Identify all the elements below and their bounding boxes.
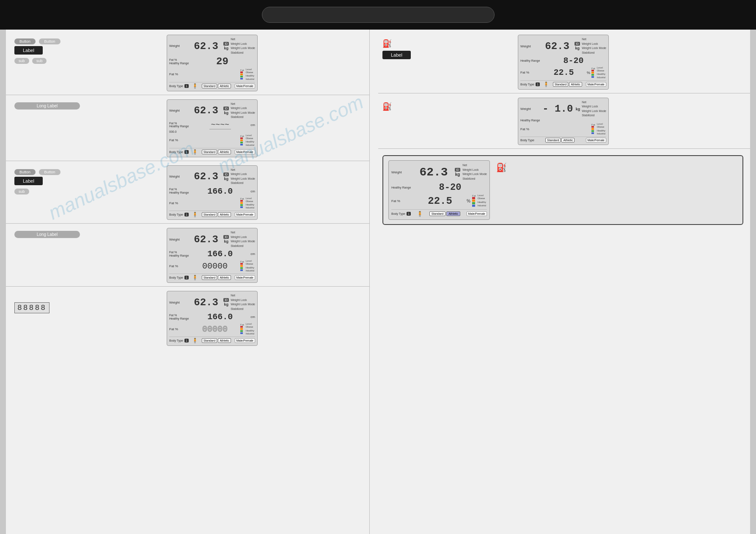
right-edge-bar [750, 30, 756, 534]
weight-label-1: Weight [169, 44, 190, 48]
body-num-1: 1 [184, 84, 189, 88]
scale-display-1: Weight 62.3 ID kg Net Weight Lock Weight… [167, 35, 258, 91]
bar-indicator-1: Fat [240, 69, 244, 80]
usb-icon-r1: ⛽ [382, 39, 392, 48]
s1-sub2: sub [32, 58, 47, 64]
fat-hr-label-1: Fat %Healthy Range [169, 58, 190, 65]
section-2: Long Label Weight 62.3 ID kg Net Weight … [6, 95, 369, 161]
scale-display-3: Weight 62.3 ID kg Net Weight Lock Weight… [167, 165, 258, 220]
highlight-section: Weight 62.3 ID kg Net Weight Lock Weight… [382, 155, 743, 225]
right-s1-labels: ⛽ Label [382, 35, 518, 59]
top-pill [262, 7, 495, 23]
highlight-scale-display: Weight 62.3 ID kg Net Weight Lock Weight… [388, 160, 490, 220]
s1-btn2[interactable]: Button [39, 38, 60, 44]
left-edge-bar [0, 30, 6, 534]
std-btn-1[interactable]: Standard [202, 84, 217, 88]
scale-display-2: Weight 62.3 ID kg Net Weight Lock Weight… [167, 99, 258, 157]
top-bar [0, 0, 756, 30]
section-5: 88888 Weight 62.3 ID kg Net Weight Lock … [6, 287, 369, 349]
section-3-labels: Button Button Label sub [14, 165, 167, 194]
r1-black-label: Label [382, 51, 411, 59]
right-s2-labels: ⛽ [382, 98, 518, 111]
s2-long-label: Long Label [14, 102, 80, 110]
highlight-side-content: ⛽ [496, 160, 507, 173]
s1-sub1: sub [14, 58, 29, 64]
side-labels-1: Net Weight Lock Weight Lock Mode Stabili… [231, 37, 255, 55]
right-panel: ⛽ Label Weight 62.3 ID kg Net Weight Lo [370, 30, 756, 534]
right-section-1: ⛽ Label Weight 62.3 ID kg Net Weight Lo [378, 30, 756, 93]
weight-value-1: 62.3 [190, 41, 223, 52]
s1-btn1[interactable]: Button [14, 38, 36, 44]
section-3: Button Button Label sub Weight 62.3 ID k… [6, 161, 369, 224]
fat-range-value-1: 29 [190, 56, 255, 67]
section-4: Long Label Weight 62.3 ID kg Net Weight … [6, 224, 369, 287]
id-badge-1: ID [223, 42, 229, 46]
scale-display-r1: Weight 62.3 ID kg Net Weight Lock Weight… [518, 35, 609, 90]
scale-bottom-1: Body Type 1 🧍 Standard Athletic Male/Fem… [169, 82, 255, 89]
usb-icon-highlight: ⛽ [496, 163, 507, 172]
weight-unit-1: kg [224, 46, 228, 50]
usb-icon-r2: ⛽ [382, 102, 392, 111]
section-2-labels: Long Label [14, 99, 167, 110]
scale-display-r2: Weight - 1.0 kg Net Weight Lock Weight L… [518, 98, 609, 145]
main-content: manualsbase.com manualsbase.com Button B… [0, 30, 756, 534]
s3-black-label: Label [14, 177, 43, 185]
ath-btn-1[interactable]: Athletic [218, 84, 231, 88]
left-panel: Button Button Label sub sub Weight 62.3 [6, 30, 370, 534]
bar-indicator-level-1: Level Obese Healthy Industrial [246, 68, 254, 81]
s1-black-label: Label [14, 46, 43, 55]
digit-display-s5: 88888 [14, 302, 49, 313]
male-female-1: Male/Female [235, 84, 255, 88]
scale-display-4: Weight 62.3 ID kg Net Weight Lock Weight… [167, 228, 258, 283]
section-5-labels: 88888 [14, 291, 167, 312]
person-icon-1: 🧍 [192, 83, 198, 89]
section-4-labels: Long Label [14, 228, 167, 238]
section-1-labels: Button Button Label sub sub [14, 35, 167, 64]
scale-display-5: Weight 62.3 ID kg Net Weight Lock Weight… [167, 291, 258, 346]
fat-pct-label-1: Fat % [169, 72, 190, 76]
right-section-2: ⛽ Weight - 1.0 kg Net Weight Lock Weight… [378, 93, 756, 149]
section-1: Button Button Label sub sub Weight 62.3 [6, 30, 369, 95]
